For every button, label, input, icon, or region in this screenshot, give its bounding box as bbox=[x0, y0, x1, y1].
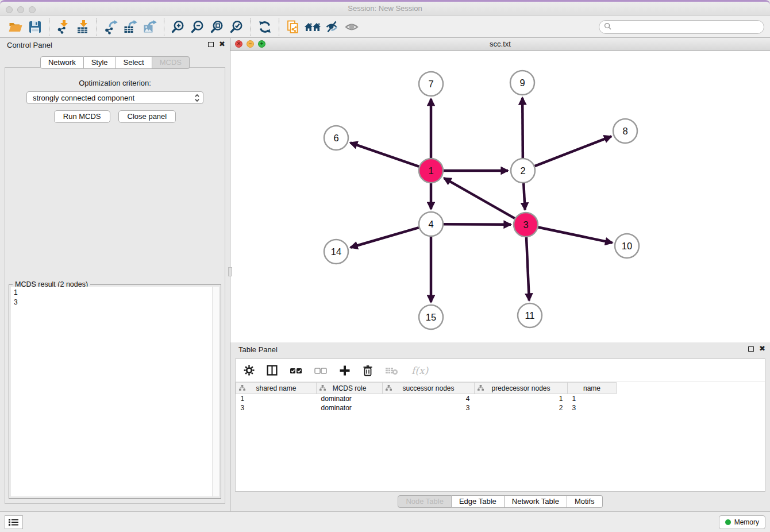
column-header-predecessor-nodes[interactable]: predecessor nodes bbox=[475, 383, 568, 394]
network-minimize-button[interactable]: − bbox=[247, 40, 254, 48]
dropdown-stepper-icon bbox=[194, 94, 200, 104]
function-builder-icon[interactable]: f(x) bbox=[411, 364, 430, 377]
table-header-row: shared nameMCDS rolesuccessor nodesprede… bbox=[236, 383, 765, 394]
import-network-icon[interactable] bbox=[53, 18, 73, 36]
graph-edge-1-6[interactable] bbox=[351, 142, 419, 166]
close-panel-button[interactable]: Close panel bbox=[118, 110, 176, 123]
save-session-icon[interactable] bbox=[25, 18, 45, 36]
zoom-out-icon[interactable] bbox=[188, 18, 207, 36]
graph-node-10[interactable]: 10 bbox=[615, 234, 639, 258]
svg-text:9: 9 bbox=[519, 78, 525, 88]
import-table-icon[interactable] bbox=[73, 18, 93, 36]
toolbar-separator bbox=[97, 18, 97, 36]
float-panel-icon[interactable] bbox=[208, 42, 214, 47]
maximize-window-button[interactable] bbox=[29, 6, 36, 13]
panel-splitter-grip[interactable] bbox=[228, 267, 232, 276]
tab-select[interactable]: Select bbox=[116, 56, 152, 69]
table-settings-icon[interactable] bbox=[244, 365, 255, 376]
memory-status-icon bbox=[725, 519, 731, 525]
tab-network-table[interactable]: Network Table bbox=[505, 495, 567, 508]
delete-table-icon[interactable] bbox=[385, 366, 399, 375]
export-network-icon[interactable] bbox=[101, 18, 121, 36]
graph-node-9[interactable]: 9 bbox=[510, 71, 534, 95]
new-network-from-selection-icon[interactable] bbox=[283, 18, 303, 36]
table-row[interactable]: 3dominator323 bbox=[236, 403, 765, 413]
search-box[interactable] bbox=[599, 20, 764, 34]
graph-edge-3-1[interactable] bbox=[444, 178, 515, 218]
graph-node-11[interactable]: 11 bbox=[518, 303, 542, 327]
graph-edge-4-14[interactable] bbox=[351, 228, 419, 248]
minimize-window-button[interactable] bbox=[17, 6, 24, 13]
column-view-icon[interactable] bbox=[267, 365, 278, 376]
toolbar-separator bbox=[279, 18, 279, 36]
show-all-icon[interactable] bbox=[342, 18, 361, 36]
delete-column-icon[interactable] bbox=[363, 365, 373, 376]
graph-node-14[interactable]: 14 bbox=[324, 240, 348, 264]
svg-text:4: 4 bbox=[428, 219, 433, 229]
refresh-icon[interactable] bbox=[255, 18, 275, 36]
svg-text:14: 14 bbox=[331, 246, 341, 257]
tab-style[interactable]: Style bbox=[84, 56, 116, 69]
network-canvas[interactable]: 7968124314101511 bbox=[230, 51, 770, 342]
svg-text:15: 15 bbox=[426, 312, 436, 322]
graph-edge-2-3[interactable] bbox=[523, 183, 525, 210]
float-table-panel-icon[interactable] bbox=[748, 346, 754, 352]
zoom-fit-icon[interactable] bbox=[207, 18, 227, 36]
run-mcds-button[interactable]: Run MCDS bbox=[54, 110, 110, 123]
tab-motifs[interactable]: Motifs bbox=[567, 495, 603, 508]
network-close-button[interactable]: ✕ bbox=[235, 40, 242, 48]
select-all-icon[interactable] bbox=[290, 367, 302, 375]
toolbar-separator bbox=[164, 18, 164, 36]
graph-edge-3-10[interactable] bbox=[538, 228, 613, 243]
column-header-MCDS-role[interactable]: MCDS role bbox=[317, 383, 383, 394]
hide-selected-icon[interactable] bbox=[322, 18, 342, 36]
graph-edge-3-11[interactable] bbox=[526, 237, 529, 300]
task-history-button[interactable] bbox=[5, 515, 23, 529]
tab-mcds[interactable]: MCDS bbox=[152, 56, 190, 69]
column-header-name[interactable]: name bbox=[568, 383, 617, 394]
table-panel: Table Panel ✖ bbox=[230, 342, 770, 511]
close-panel-icon[interactable]: ✖ bbox=[219, 41, 225, 48]
add-column-icon[interactable] bbox=[339, 365, 351, 376]
search-input[interactable] bbox=[614, 22, 759, 31]
network-maximize-button[interactable]: + bbox=[258, 40, 265, 48]
zoom-in-icon[interactable] bbox=[168, 18, 188, 36]
svg-text:1: 1 bbox=[428, 165, 433, 176]
graph-node-3[interactable]: 3 bbox=[514, 213, 538, 237]
optimization-criterion-select[interactable]: strongly connected component bbox=[26, 91, 203, 104]
graph-node-1[interactable]: 1 bbox=[419, 159, 443, 183]
close-table-panel-icon[interactable]: ✖ bbox=[759, 345, 765, 352]
tab-node-table[interactable]: Node Table bbox=[398, 495, 452, 508]
graph-node-15[interactable]: 15 bbox=[419, 305, 443, 329]
export-table-icon[interactable] bbox=[121, 18, 140, 36]
network-window-title: scc.txt bbox=[230, 38, 770, 50]
first-neighbors-icon[interactable] bbox=[303, 18, 322, 36]
svg-text:6: 6 bbox=[333, 133, 338, 143]
graph-node-4[interactable]: 4 bbox=[419, 212, 443, 236]
export-image-icon[interactable] bbox=[140, 18, 160, 36]
network-view-window: ✕ − + scc.txt 7968124314101511 bbox=[230, 38, 770, 342]
memory-button[interactable]: Memory bbox=[719, 515, 765, 529]
table-row[interactable]: 1dominator411 bbox=[236, 394, 765, 403]
svg-text:11: 11 bbox=[525, 310, 534, 321]
optimization-criterion-label: Optimization criterion: bbox=[5, 79, 225, 87]
graph-edge-2-8[interactable] bbox=[535, 136, 611, 166]
result-scrollbar[interactable] bbox=[212, 287, 219, 496]
graph-node-2[interactable]: 2 bbox=[511, 159, 535, 183]
graph-edge-2-9[interactable] bbox=[522, 98, 523, 158]
close-window-button[interactable] bbox=[6, 6, 13, 13]
column-header-successor-nodes[interactable]: successor nodes bbox=[383, 383, 475, 394]
zoom-selected-icon[interactable] bbox=[227, 18, 247, 36]
graph-node-7[interactable]: 7 bbox=[419, 72, 443, 96]
mcds-result-text[interactable]: 1 3 bbox=[11, 287, 212, 496]
table-panel-title: Table Panel bbox=[238, 345, 278, 354]
tab-edge-table[interactable]: Edge Table bbox=[452, 495, 505, 508]
graph-edge-4-3[interactable] bbox=[444, 224, 511, 225]
graph-node-6[interactable]: 6 bbox=[324, 126, 348, 150]
tab-network[interactable]: Network bbox=[40, 56, 84, 69]
column-hierarchy-icon bbox=[319, 385, 326, 393]
open-session-icon[interactable] bbox=[6, 18, 25, 36]
deselect-all-icon[interactable] bbox=[314, 367, 327, 375]
column-header-shared-name[interactable]: shared name bbox=[236, 383, 317, 394]
graph-node-8[interactable]: 8 bbox=[613, 119, 637, 143]
